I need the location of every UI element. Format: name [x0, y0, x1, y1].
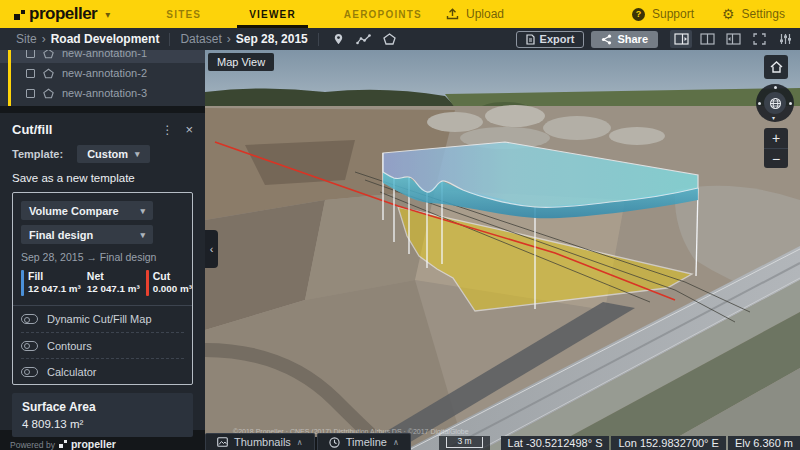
thumbnails-label: Thumbnails: [234, 436, 291, 448]
export-label: Export: [540, 33, 575, 45]
primary-tabs: SITES VIEWER AEROPOINTS: [142, 0, 446, 28]
home-view-button[interactable]: [764, 55, 788, 79]
dataset-value: Sep 28, 2015: [236, 32, 308, 46]
toggle-icon[interactable]: [21, 314, 38, 324]
export-button[interactable]: Export: [516, 31, 585, 48]
tab-aeropoints[interactable]: AEROPOINTS: [320, 0, 446, 28]
scale-value: 3 m: [446, 437, 482, 448]
cutfill-stats: Fill 12 047.1 m³ Net 12 047.1 m³ Cu: [21, 270, 184, 296]
compass-orbit-control[interactable]: ▾: [756, 84, 794, 122]
volume-compare-value: Volume Compare: [29, 205, 119, 217]
globe-button[interactable]: [764, 92, 786, 114]
map-scale: 3 m: [439, 436, 489, 450]
cut-color-bar: [146, 270, 149, 296]
sliders-icon[interactable]: [774, 30, 796, 48]
annotation-label[interactable]: new-annotation-3: [62, 87, 147, 99]
settings-button[interactable]: ⚙ Settings: [722, 7, 785, 21]
comparison-summary: Sep 28, 2015 → Final design: [21, 251, 184, 263]
top-actions: Upload ? Support ⚙ Settings: [446, 0, 800, 28]
zoom-in-button[interactable]: +: [764, 128, 788, 148]
site-value: Road Development: [51, 32, 160, 46]
app-window: propeller ▾ SITES VIEWER AEROPOINTS Uplo…: [0, 0, 800, 450]
net-label: Net: [87, 270, 140, 282]
gear-icon: ⚙: [722, 7, 735, 21]
compass-dot: [789, 102, 792, 105]
timeline-tab[interactable]: Timeline ∧: [317, 433, 411, 450]
polygon-annotation-icon: [43, 88, 54, 99]
surface-area-label: Surface Area: [22, 400, 183, 414]
checkbox-icon[interactable]: [26, 50, 35, 58]
annotation-row-3[interactable]: new-annotation-3: [0, 83, 205, 103]
polyline-tool-icon[interactable]: [356, 34, 371, 45]
contours-toggle[interactable]: Contours: [21, 332, 184, 358]
dynamic-cutfill-map-toggle[interactable]: Dynamic Cut/Fill Map: [21, 306, 184, 332]
close-icon[interactable]: ×: [179, 122, 193, 137]
fill-value: 12 047.1 m³: [28, 282, 81, 295]
net-stat: Net 12 047.1 m³: [87, 270, 140, 296]
fill-stat: Fill 12 047.1 m³: [21, 270, 81, 296]
longitude-readout: Lon 152.9832700° E: [611, 436, 725, 450]
timeline-label: Timeline: [346, 436, 387, 448]
arrow-right-icon: →: [86, 251, 97, 263]
bottom-tabs: Thumbnails ∧ Timeline ∧: [205, 433, 411, 450]
support-label: Support: [652, 7, 694, 21]
clock-icon: [329, 437, 340, 448]
kebab-menu-icon[interactable]: ⋮: [155, 123, 179, 137]
map-3d-scene[interactable]: [205, 50, 800, 450]
template-label: Template:: [12, 148, 63, 160]
top-nav: propeller ▾ SITES VIEWER AEROPOINTS Uplo…: [0, 0, 800, 28]
polygon-tool-icon[interactable]: [383, 33, 396, 45]
propeller-logo[interactable]: propeller ▾: [14, 4, 110, 24]
toggle-label: Dynamic Cut/Fill Map: [47, 313, 152, 325]
calculator-toggle[interactable]: Calculator: [21, 358, 184, 384]
upload-button[interactable]: Upload: [446, 7, 504, 21]
annotation-row-1[interactable]: new-annotation-1: [0, 50, 205, 63]
checkbox-icon[interactable]: [26, 89, 35, 98]
location-pin-icon[interactable]: [333, 33, 344, 45]
breadcrumb-site[interactable]: Site › Road Development: [16, 32, 159, 46]
checkbox-icon[interactable]: [26, 69, 35, 78]
share-button[interactable]: Share: [591, 31, 658, 48]
design-surface-dropdown[interactable]: Final design ▾: [21, 225, 153, 244]
propeller-logo-icon: [59, 439, 67, 448]
compass-dot: [758, 102, 761, 105]
fullscreen-icon[interactable]: [748, 30, 770, 48]
tab-viewer[interactable]: VIEWER: [225, 0, 320, 28]
panel-gap: [0, 106, 205, 113]
support-button[interactable]: ? Support: [632, 7, 694, 21]
image-icon: [217, 437, 228, 447]
toggle-icon[interactable]: [21, 341, 38, 351]
panel-left-layout-icon[interactable]: [722, 30, 744, 48]
map-viewport[interactable]: Map View ‹ ▾ + − ©2018 Propeller · CNES …: [205, 50, 800, 450]
annotation-label[interactable]: new-annotation-2: [62, 67, 147, 79]
volume-compare-dropdown[interactable]: Volume Compare ▾: [21, 201, 153, 220]
split-view-layout-icon[interactable]: [696, 30, 718, 48]
breadcrumb-separator: ›: [227, 32, 231, 46]
thumbnails-tab[interactable]: Thumbnails ∧: [205, 433, 315, 450]
toggle-icon[interactable]: [21, 367, 38, 377]
panel-right-layout-icon[interactable]: [670, 30, 692, 48]
annotation-label[interactable]: new-annotation-1: [62, 50, 147, 59]
dataset-label: Dataset: [180, 32, 221, 46]
breadcrumb-separator: ›: [42, 32, 46, 46]
site-label: Site: [16, 32, 37, 46]
sidebar-collapse-handle[interactable]: ‹: [205, 230, 218, 268]
cut-stat: Cut 0.000 m³: [146, 270, 192, 296]
tab-sites[interactable]: SITES: [142, 0, 225, 28]
home-icon: [770, 61, 783, 73]
compass-south-mark: ▾: [772, 114, 775, 121]
chevron-down-icon[interactable]: ▾: [105, 9, 110, 20]
volume-compare-card: Volume Compare ▾ Final design ▾ Sep 28, …: [12, 192, 193, 385]
zoom-out-button[interactable]: −: [764, 148, 788, 168]
save-template-link[interactable]: Save as a new template: [12, 172, 193, 184]
settings-label: Settings: [742, 7, 785, 21]
breadcrumb-dataset[interactable]: Dataset › Sep 28, 2015: [180, 32, 307, 46]
latitude-readout: Lat -30.5212498° S: [501, 436, 610, 450]
surface-area-card: Surface Area 4 809.13 m²: [12, 393, 193, 437]
share-icon: [601, 34, 612, 45]
polygon-annotation-icon: [43, 50, 54, 59]
template-dropdown[interactable]: Custom ▾: [77, 145, 149, 163]
map-view-tab[interactable]: Map View: [208, 53, 274, 71]
toolbar-divider: [318, 33, 319, 46]
annotation-row-2[interactable]: new-annotation-2: [0, 63, 205, 83]
